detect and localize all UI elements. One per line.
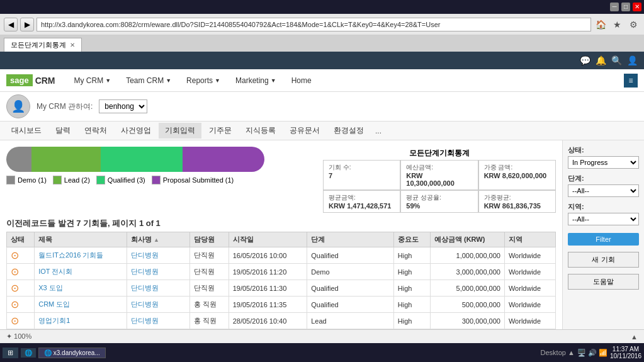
back-button[interactable]: ◀ [4, 18, 18, 31]
cell-title: CRM 도입 [35, 297, 127, 313]
cell-region: Worldwide [504, 313, 555, 329]
sidebar-region-section: 지역: --All-- Worldwide Korea [568, 202, 639, 225]
tab-active[interactable]: 모든단계기회통계 ✕ [4, 38, 82, 52]
logo: sage CRM [6, 74, 55, 86]
row-icon[interactable]: ⊙ [11, 299, 19, 310]
stat-budget: 예산금액: KRW 10,300,000,000 [400, 160, 478, 190]
person-icon[interactable]: 👤 [627, 55, 638, 65]
pipeline-chart: Demo (1) Lead (2) Qualified (3) Proposal… [6, 147, 317, 213]
submenu-calendar[interactable]: 달력 [49, 123, 77, 139]
cell-title: 월드IT쇼2016 기회들 [35, 247, 127, 264]
title-link[interactable]: 월드IT쇼2016 기회들 [38, 251, 103, 259]
chat-icon[interactable]: 💬 [580, 55, 590, 65]
top-nav: My CRM ▼ Team CRM ▼ Reports ▼ Marketing … [68, 72, 624, 89]
col-person[interactable]: 담당원 [189, 232, 229, 247]
cell-person: 홍 직원 [189, 313, 229, 329]
zoom-level: ✦ 100% [6, 332, 31, 341]
col-amount[interactable]: 예상금액 (KRW) [430, 232, 504, 247]
cell-stage: Qualified [307, 280, 394, 297]
sidebar-stage-label: 단계: [568, 174, 639, 183]
taskbar-app[interactable]: 🌐 x3.dandykorea... [38, 348, 106, 358]
col-status[interactable]: 상태 [7, 232, 35, 247]
submenu-cases[interactable]: 사건영업 [115, 123, 157, 139]
row-icon[interactable]: ⊙ [11, 250, 19, 261]
table-row: ⊙ 월드IT쇼2016 기회들 단디병원 단직원 16/05/2016 10:0… [7, 247, 556, 264]
bar-demo [6, 147, 31, 172]
col-importance[interactable]: 중요도 [393, 232, 430, 247]
row-icon[interactable]: ⊙ [11, 283, 19, 293]
section-title: 이전레코드들 발견 7 기회들, 페이지 1 of 1 [6, 218, 556, 229]
title-link[interactable]: 영업기회1 [38, 317, 70, 324]
submenu-knowledge[interactable]: 지식등록 [239, 123, 282, 139]
forward-button[interactable]: ▶ [20, 18, 34, 31]
company-link[interactable]: 단디병원 [131, 284, 159, 291]
row-icon[interactable]: ⊙ [11, 315, 19, 326]
submenu-settings[interactable]: 환경설정 [327, 123, 370, 139]
company-link[interactable]: 단디병원 [131, 300, 159, 308]
cell-company: 단디병원 [127, 264, 190, 280]
submenu-contacts[interactable]: 연락처 [78, 123, 113, 139]
close-button[interactable]: ✕ [633, 3, 641, 11]
cell-title: IOT 전시회 [35, 264, 127, 280]
sidebar-region-select[interactable]: --All-- Worldwide Korea [568, 213, 639, 225]
taskbar-desktop-label[interactable]: Desktop ▲ [541, 349, 575, 356]
cell-person: 단직원 [189, 264, 229, 280]
cell-region: Worldwide [504, 264, 555, 280]
submenu-orders[interactable]: 기주문 [203, 123, 238, 139]
stats-panel: 모든단계기회통계 기회 수: 7 예산금액: KRW 10,300,000,00… [323, 147, 556, 213]
company-link[interactable]: 단디병원 [131, 317, 159, 324]
corner-menu-icon[interactable]: ≡ [624, 74, 638, 88]
bell-icon[interactable]: 🔔 [596, 55, 606, 65]
taskbar: ⊞ 🌐 🌐 x3.dandykorea... Desktop ▲ 🖥️ 🔊 📶 … [0, 343, 644, 362]
cell-stage: Qualified [307, 247, 394, 264]
stat-success-value: 59% [406, 202, 472, 210]
tab-close-icon[interactable]: ✕ [70, 42, 75, 48]
title-link[interactable]: X3 도입 [38, 284, 63, 291]
start-button[interactable]: ⊞ [3, 348, 18, 358]
nav-team-crm[interactable]: Team CRM ▼ [120, 72, 178, 89]
submenu-dashboard[interactable]: 대시보드 [5, 123, 48, 139]
col-region[interactable]: 지역 [504, 232, 555, 247]
scroll-up-arrow[interactable]: ▲ [631, 333, 638, 341]
taskbar-ie-icon[interactable]: 🌐 [21, 348, 36, 358]
address-bar[interactable] [37, 18, 591, 31]
nav-marketing[interactable]: Marketing ▼ [229, 72, 283, 89]
stat-success: 평균 성공율: 59% [400, 190, 478, 213]
help-button[interactable]: 도움말 [568, 274, 639, 290]
maximize-button[interactable]: □ [621, 3, 630, 11]
title-link[interactable]: CRM 도입 [38, 300, 70, 308]
legend-proposal: Proposal Submitted (1) [152, 176, 234, 184]
home-icon[interactable]: 🏠 [594, 18, 607, 31]
legend-demo-label: Demo (1) [18, 176, 47, 184]
sidebar-status-section: 상태: In Progress Won Lost --All-- [568, 145, 639, 169]
minimize-button[interactable]: ─ [610, 3, 619, 11]
col-company[interactable]: 회사명 ▲ [127, 232, 190, 247]
pipeline-bar [6, 147, 271, 172]
search-icon[interactable]: 🔍 [611, 55, 622, 65]
cell-company: 단디병원 [127, 313, 190, 329]
company-link[interactable]: 단디병원 [131, 268, 159, 275]
star-icon[interactable]: ★ [610, 18, 624, 31]
nav-my-crm[interactable]: My CRM ▼ [68, 72, 118, 89]
marketing-arrow: ▼ [271, 77, 276, 84]
submenu-more[interactable]: ... [371, 124, 385, 138]
new-opportunity-button[interactable]: 새 기회 [568, 252, 639, 268]
filter-button[interactable]: Filter [568, 233, 639, 246]
stat-budget-label: 예산금액: [406, 163, 472, 172]
browser-toolbar: ◀ ▶ 🏠 ★ ⚙ [0, 14, 644, 35]
col-title[interactable]: 제목 [35, 232, 127, 247]
row-icon[interactable]: ⊙ [11, 266, 19, 277]
company-link[interactable]: 단디병원 [131, 251, 159, 259]
sidebar-stage-select[interactable]: --All-- Demo Lead Qualified Proposal Sub… [568, 184, 639, 197]
title-link[interactable]: IOT 전시회 [38, 268, 72, 275]
sidebar-status-select[interactable]: In Progress Won Lost --All-- [568, 156, 639, 169]
submenu-opportunities[interactable]: 기회입력 [159, 123, 201, 139]
user-select[interactable]: benhong [99, 99, 147, 113]
col-stage[interactable]: 단계 [307, 232, 394, 247]
nav-reports[interactable]: Reports ▼ [180, 72, 227, 89]
nav-home[interactable]: Home [285, 72, 318, 89]
col-date[interactable]: 시작일 [229, 232, 307, 247]
submenu-shared-docs[interactable]: 공유문서 [283, 123, 326, 139]
sidebar-status-label: 상태: [568, 145, 639, 155]
gear-icon[interactable]: ⚙ [626, 18, 640, 31]
